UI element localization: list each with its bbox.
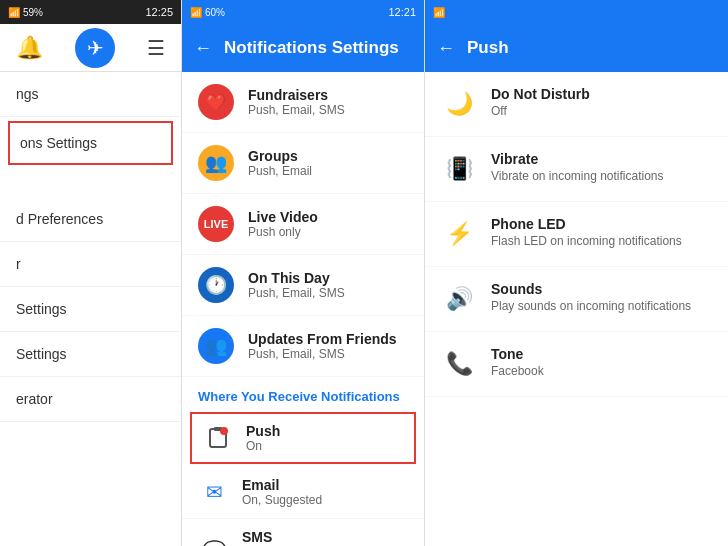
live-video-sub: Push only xyxy=(248,225,318,239)
push-item-tone[interactable]: 📞 Tone Facebook xyxy=(425,332,728,397)
push-icon xyxy=(202,422,234,454)
tone-text: Tone Facebook xyxy=(491,346,544,378)
updates-friends-title: Updates From Friends xyxy=(248,331,397,347)
notif-item-fundraisers[interactable]: ❤️ Fundraisers Push, Email, SMS xyxy=(182,72,424,133)
status-icons-mid: 📶 60% xyxy=(190,7,225,18)
sidebar-item-r[interactable]: r xyxy=(0,242,181,287)
phone-led-icon: ⚡ xyxy=(441,216,477,252)
receive-item-email[interactable]: ✉ Email On, Suggested xyxy=(182,466,424,519)
nav-label: d Preferences xyxy=(16,211,103,227)
sidebar-item-settings2[interactable]: Settings xyxy=(0,332,181,377)
push-sub: On xyxy=(246,439,280,453)
updates-friends-icon: 👥 xyxy=(198,328,234,364)
vibrate-sub: Vibrate on incoming notifications xyxy=(491,169,664,183)
push-item-sounds[interactable]: 🔊 Sounds Play sounds on incoming notific… xyxy=(425,267,728,332)
sounds-icon: 🔊 xyxy=(441,281,477,317)
status-bar-left: 📶 59% 12:25 xyxy=(0,0,181,24)
fundraisers-sub: Push, Email, SMS xyxy=(248,103,345,117)
sidebar-item-notifications-settings[interactable]: ons Settings xyxy=(8,121,173,165)
battery-mid: 60% xyxy=(205,7,225,18)
receive-item-sms[interactable]: 💬 SMS None • Add your mobile number xyxy=(182,519,424,546)
panel-left-header: 🔔 ✈ ☰ xyxy=(0,24,181,72)
push-label: Push xyxy=(246,423,280,439)
nav-label: Settings xyxy=(16,301,67,317)
sidebar-item-settings1[interactable]: Settings xyxy=(0,287,181,332)
battery-icon: 59% xyxy=(23,7,43,18)
notif-item-updates-friends[interactable]: 👥 Updates From Friends Push, Email, SMS xyxy=(182,316,424,377)
on-this-day-icon: 🕐 xyxy=(198,267,234,303)
sidebar-item-preferences[interactable]: d Preferences xyxy=(0,197,181,242)
svg-point-2 xyxy=(220,427,228,435)
vibrate-text: Vibrate Vibrate on incoming notification… xyxy=(491,151,664,183)
nav-label: r xyxy=(16,256,21,272)
back-button-mid[interactable]: ← xyxy=(194,38,212,59)
wifi-icon-right: 📶 xyxy=(433,7,445,18)
messenger-icon[interactable]: ✈ xyxy=(75,28,115,68)
status-bar-middle: 📶 60% 12:21 xyxy=(182,0,424,24)
bell-icon: 🔔 xyxy=(16,35,43,61)
email-icon: ✉ xyxy=(198,476,230,508)
groups-title: Groups xyxy=(248,148,312,164)
sounds-label: Sounds xyxy=(491,281,691,297)
vibrate-label: Vibrate xyxy=(491,151,664,167)
updates-friends-sub: Push, Email, SMS xyxy=(248,347,397,361)
panel-right: 📶 ← Push 🌙 Do Not Disturb Off 📳 Vibrate … xyxy=(425,0,728,546)
nav-list: ngs ons Settings d Preferences r Setting… xyxy=(0,72,181,422)
phone-led-sub: Flash LED on incoming notifications xyxy=(491,234,682,248)
panel-middle: 📶 60% 12:21 ← Notifications Settings ❤️ … xyxy=(182,0,425,546)
on-this-day-sub: Push, Email, SMS xyxy=(248,286,345,300)
fundraisers-text: Fundraisers Push, Email, SMS xyxy=(248,87,345,117)
email-sub: On, Suggested xyxy=(242,493,322,507)
menu-icon[interactable]: ☰ xyxy=(147,36,165,60)
fundraisers-title: Fundraisers xyxy=(248,87,345,103)
wifi-icon: 📶 xyxy=(8,7,20,18)
push-item-phone-led[interactable]: ⚡ Phone LED Flash LED on incoming notifi… xyxy=(425,202,728,267)
tone-icon: 📞 xyxy=(441,346,477,382)
on-this-day-title: On This Day xyxy=(248,270,345,286)
fundraisers-icon: ❤️ xyxy=(198,84,234,120)
do-not-disturb-icon: 🌙 xyxy=(441,86,477,122)
receive-item-push[interactable]: Push On xyxy=(190,412,416,464)
notifications-settings-title: Notifications Settings xyxy=(224,38,399,58)
notif-item-live-video[interactable]: LIVE Live Video Push only xyxy=(182,194,424,255)
tone-label: Tone xyxy=(491,346,544,362)
dnd-label: Do Not Disturb xyxy=(491,86,590,102)
push-text: Push On xyxy=(246,423,280,453)
push-title: Push xyxy=(467,38,509,58)
groups-sub: Push, Email xyxy=(248,164,312,178)
nav-spacer xyxy=(0,169,181,197)
status-icons-right: 📶 xyxy=(433,7,445,18)
where-receive-header: Where You Receive Notifications xyxy=(182,377,424,410)
groups-text: Groups Push, Email xyxy=(248,148,312,178)
notifications-list: ❤️ Fundraisers Push, Email, SMS 👥 Groups… xyxy=(182,72,424,546)
sms-label: SMS xyxy=(242,529,408,545)
nav-label: Settings xyxy=(16,346,67,362)
sms-text: SMS None • Add your mobile number xyxy=(242,529,408,546)
notif-item-groups[interactable]: 👥 Groups Push, Email xyxy=(182,133,424,194)
live-video-text: Live Video Push only xyxy=(248,209,318,239)
sounds-sub: Play sounds on incoming notifications xyxy=(491,299,691,313)
dnd-sub: Off xyxy=(491,104,590,118)
push-header: ← Push xyxy=(425,24,728,72)
push-item-vibrate[interactable]: 📳 Vibrate Vibrate on incoming notificati… xyxy=(425,137,728,202)
nav-label: ons Settings xyxy=(20,135,97,151)
back-button-right[interactable]: ← xyxy=(437,38,455,59)
vibrate-icon: 📳 xyxy=(441,151,477,187)
notif-item-on-this-day[interactable]: 🕐 On This Day Push, Email, SMS xyxy=(182,255,424,316)
panel-left: 📶 59% 12:25 🔔 ✈ ☰ ngs ons Settings d Pre… xyxy=(0,0,182,546)
time-mid: 12:21 xyxy=(388,6,416,18)
on-this-day-text: On This Day Push, Email, SMS xyxy=(248,270,345,300)
groups-icon: 👥 xyxy=(198,145,234,181)
status-icons-left: 📶 59% xyxy=(8,7,43,18)
push-item-do-not-disturb[interactable]: 🌙 Do Not Disturb Off xyxy=(425,72,728,137)
sms-icon: 💬 xyxy=(198,535,230,546)
sidebar-item-erator[interactable]: erator xyxy=(0,377,181,422)
email-text: Email On, Suggested xyxy=(242,477,322,507)
live-video-icon: LIVE xyxy=(198,206,234,242)
nav-label: ngs xyxy=(16,86,39,102)
sounds-text: Sounds Play sounds on incoming notificat… xyxy=(491,281,691,313)
time-left: 12:25 xyxy=(145,6,173,18)
updates-friends-text: Updates From Friends Push, Email, SMS xyxy=(248,331,397,361)
sidebar-item-ngs[interactable]: ngs xyxy=(0,72,181,117)
push-settings-list: 🌙 Do Not Disturb Off 📳 Vibrate Vibrate o… xyxy=(425,72,728,546)
